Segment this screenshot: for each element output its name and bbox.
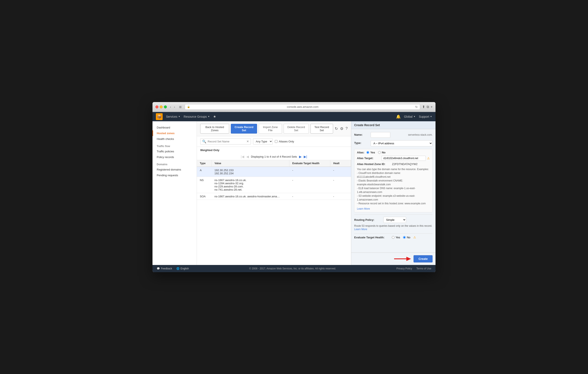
row-value: ns-1667.awsdns-16.co.uk. awsdns-hostmast… (211, 193, 289, 200)
create-record-set-button[interactable]: Create Record Set (231, 124, 257, 134)
routing-policy-select[interactable]: Simple Weighted Latency Failover Geoloca… (383, 217, 406, 223)
resource-groups-arrow-icon: ▼ (208, 115, 210, 118)
red-arrow-svg (394, 256, 411, 262)
aliases-only-checkbox[interactable] (275, 140, 278, 143)
help-icon-button[interactable]: ? (346, 126, 348, 131)
sidebar-item-registered-domains[interactable]: Registered domains (152, 167, 197, 172)
language-selector[interactable]: 🌐 English (176, 267, 189, 270)
sidebar-item-dashboard[interactable]: Dashboard (152, 125, 197, 130)
row-eval: - (289, 193, 330, 200)
settings-icon-button[interactable]: ⚙ (340, 126, 343, 131)
prev-page-button[interactable]: ◀ (246, 155, 249, 159)
sidebar-label-health-checks: Health checks (157, 137, 174, 140)
forward-nav-button[interactable]: › (173, 105, 176, 109)
row-type: A (197, 167, 211, 177)
global-nav[interactable]: Global ▼ (404, 115, 415, 118)
routing-label: Routing Policy: (354, 218, 382, 221)
eval-yes-option[interactable]: Yes (392, 236, 400, 239)
name-label: Name: (354, 132, 369, 136)
sidebar-label-dashboard: Dashboard (157, 126, 170, 129)
routing-row: Routing Policy: Simple Weighted Latency … (354, 217, 432, 223)
aws-topnav: 📦 Services ▼ Resource Groups ▼ ★ 🔔 Globa… (152, 112, 436, 121)
notifications-icon[interactable]: 🔔 (396, 114, 401, 119)
minimize-button[interactable] (160, 106, 163, 108)
routing-learn-more-link[interactable]: Learn More (354, 228, 367, 231)
eval-no-option[interactable]: No (403, 236, 410, 239)
eval-row: Evaluate Target Health: Yes No ⚠ (354, 235, 432, 239)
table-row[interactable]: A 192.30.252.153192.30.252.154 - - (197, 167, 351, 177)
aliases-only-wrap: Aliases Only (275, 140, 294, 143)
pagination-bar: |◀ ◀ Displaying 1 to 4 out of 4 Record S… (197, 153, 351, 160)
type-filter-select[interactable]: Any Type A AAAA CNAME MX NS SOA (253, 139, 273, 145)
create-button[interactable]: Create (414, 255, 432, 262)
last-page-button[interactable]: ▶| (304, 155, 307, 159)
aws-logo-icon: 📦 (157, 114, 162, 119)
table-row[interactable]: SOA ns-1667.awsdns-16.co.uk. awsdns-host… (197, 193, 351, 200)
next-page-button[interactable]: ▶ (299, 155, 302, 159)
alias-yes-option[interactable]: Yes (367, 151, 375, 154)
fullscreen-button[interactable] (164, 106, 167, 108)
bookmarks-icon[interactable]: ★ (213, 115, 216, 118)
support-arrow-icon: ▼ (430, 115, 432, 118)
alias-no-option[interactable]: No (378, 151, 386, 154)
table-area: Weighted Only |◀ ◀ Displaying 1 to 4 out… (197, 147, 351, 265)
feedback-button[interactable]: 💬 Feedback (157, 267, 172, 270)
reading-view-button[interactable]: ⊞ (178, 105, 183, 109)
refresh-button[interactable]: ↻ (415, 105, 418, 109)
add-tab-button[interactable]: + (431, 105, 432, 109)
eval-no-radio[interactable] (403, 236, 406, 239)
services-nav[interactable]: Services ▼ (166, 115, 180, 118)
right-panel-footer: Create (351, 253, 436, 265)
name-input[interactable] (371, 132, 390, 138)
back-to-hosted-zones-button[interactable]: Back to Hosted Zones (200, 124, 229, 134)
alias-learn-more-link[interactable]: Learn More (357, 207, 370, 210)
main-content: Dashboard Hosted zones Health checks Tra… (152, 121, 436, 265)
right-panel-body: Name: serverless-stack.com. Type: A – IP… (351, 129, 436, 253)
row-value: 192.30.252.153192.30.252.154 (211, 167, 289, 177)
routing-info-text: Route 53 responds to queries based only … (354, 224, 432, 227)
sidebar-item-health-checks[interactable]: Health checks (152, 136, 197, 142)
close-button[interactable] (156, 106, 158, 108)
records-table: Type Value Evaluate Target Health Healt … (197, 160, 351, 200)
test-record-set-button[interactable]: Test Record Set (310, 124, 333, 134)
right-panel-header: Create Record Set (351, 121, 436, 129)
share-button[interactable]: ⬆ (422, 105, 425, 109)
address-bar[interactable]: 🔒 console.aws.amazon.com ↻ (185, 104, 420, 110)
col-eval-header: Evaluate Target Health (289, 160, 330, 167)
aws-logo[interactable]: 📦 (156, 113, 163, 120)
type-select[interactable]: A – IPv4 address AAAA – IPv6 address CNA… (371, 140, 432, 146)
sidebar-item-pending-requests[interactable]: Pending requests (152, 172, 197, 178)
search-clear-icon[interactable]: ✕ (246, 140, 249, 143)
first-page-button[interactable]: |◀ (241, 155, 244, 159)
row-eval: - (289, 177, 330, 193)
row-eval: - (289, 167, 330, 177)
col-health-header: Healt (330, 160, 351, 167)
feedback-label: Feedback (161, 267, 172, 270)
alias-target-input[interactable] (381, 156, 426, 161)
delete-record-set-button[interactable]: Delete Record Set (284, 124, 309, 134)
sidebar-item-hosted-zones[interactable]: Hosted zones (152, 130, 197, 136)
privacy-policy-link[interactable]: Privacy Policy (396, 267, 412, 270)
sidebar-item-traffic-policies[interactable]: Traffic policies (152, 149, 197, 154)
search-input[interactable] (208, 140, 245, 143)
table-row[interactable]: NS ns-1667.awsdns-16.co.uk.ns-1284.awsdn… (197, 177, 351, 193)
global-label: Global (404, 115, 412, 118)
alias-section: Alias: Yes No (354, 149, 432, 212)
support-nav[interactable]: Support ▼ (419, 115, 432, 118)
alias-yes-radio[interactable] (367, 151, 369, 154)
alias-no-radio[interactable] (378, 151, 381, 154)
back-nav-button[interactable]: ‹ (169, 105, 172, 109)
services-arrow-icon: ▼ (178, 115, 180, 118)
terms-of-use-link[interactable]: Terms of Use (416, 267, 431, 270)
refresh-icon-button[interactable]: ↻ (335, 126, 338, 131)
new-tab-button[interactable]: ⧉ (427, 105, 429, 109)
footer: 💬 Feedback 🌐 English © 2008 - 2017, Amaz… (152, 265, 436, 272)
resource-groups-nav[interactable]: Resource Groups ▼ (184, 115, 210, 118)
sidebar-item-policy-records[interactable]: Policy records (152, 154, 197, 160)
name-row: Name: serverless-stack.com. (354, 132, 432, 138)
import-zone-file-button[interactable]: Import Zone File (259, 124, 282, 134)
eval-yes-radio[interactable] (392, 236, 395, 239)
feedback-icon: 💬 (157, 267, 160, 270)
aliases-only-label[interactable]: Aliases Only (279, 140, 294, 143)
alias-zone-row: Alias Hosted Zone ID: Z2FDTNDATAQYW2 (357, 162, 430, 166)
